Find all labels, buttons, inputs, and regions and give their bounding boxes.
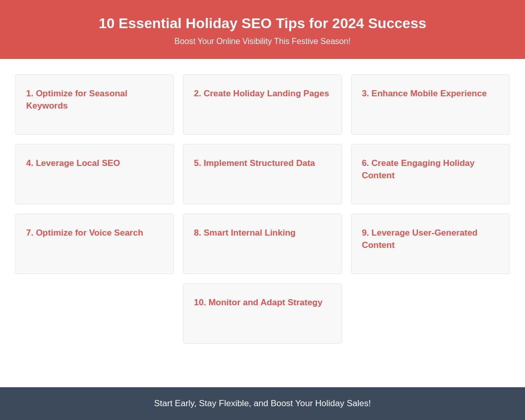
tip-card-label-7: 7. Optimize for Voice Search xyxy=(26,227,143,239)
tip-card-10: 10. Monitor and Adapt Strategy xyxy=(183,283,341,344)
tip-card-label-5: 5. Implement Structured Data xyxy=(194,157,315,170)
tip-card-4: 4. Leverage Local SEO xyxy=(15,144,174,204)
footer-text: Start Early, Stay Flexible, and Boost Yo… xyxy=(10,398,515,409)
tip-card-label-1: 1. Optimize for Seasonal Keywords xyxy=(26,88,163,112)
tip-card-3: 3. Enhance Mobile Experience xyxy=(351,74,510,135)
page-header: 10 Essential Holiday SEO Tips for 2024 S… xyxy=(0,0,525,59)
tip-card-6: 6. Create Engaging Holiday Content xyxy=(351,144,510,204)
tip-card-label-9: 9. Leverage User-Generated Content xyxy=(362,227,499,251)
page-title: 10 Essential Holiday SEO Tips for 2024 S… xyxy=(10,15,515,32)
tip-card-label-3: 3. Enhance Mobile Experience xyxy=(362,88,487,100)
tip-card-label-4: 4. Leverage Local SEO xyxy=(26,157,120,170)
tip-card-5: 5. Implement Structured Data xyxy=(183,144,341,204)
tip-card-2: 2. Create Holiday Landing Pages xyxy=(183,74,341,135)
tip-card-label-10: 10. Monitor and Adapt Strategy xyxy=(194,297,322,309)
tip-card-7: 7. Optimize for Voice Search xyxy=(15,214,174,274)
tips-grid: 1. Optimize for Seasonal Keywords2. Crea… xyxy=(15,74,510,344)
tip-card-8: 8. Smart Internal Linking xyxy=(183,214,341,274)
page-subtitle: Boost Your Online Visibility This Festiv… xyxy=(10,37,515,46)
tip-card-9: 9. Leverage User-Generated Content xyxy=(351,214,510,274)
tip-card-label-6: 6. Create Engaging Holiday Content xyxy=(362,157,499,182)
tip-card-1: 1. Optimize for Seasonal Keywords xyxy=(15,74,174,135)
main-content: 1. Optimize for Seasonal Keywords2. Crea… xyxy=(0,59,525,387)
tip-card-label-2: 2. Create Holiday Landing Pages xyxy=(194,88,329,100)
tip-card-label-8: 8. Smart Internal Linking xyxy=(194,227,295,239)
page-footer: Start Early, Stay Flexible, and Boost Yo… xyxy=(0,387,525,420)
